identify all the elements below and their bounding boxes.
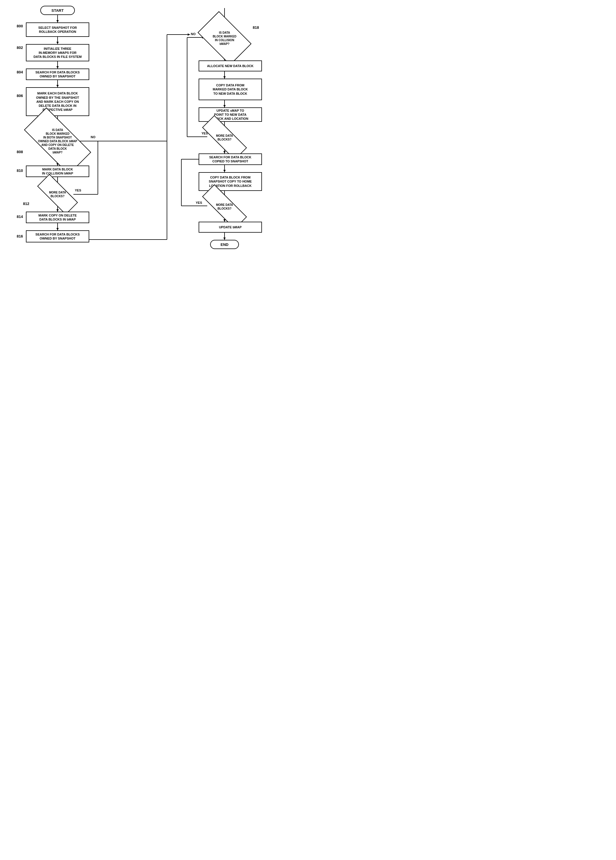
svg-marker-47 xyxy=(223,151,226,154)
svg-marker-19 xyxy=(56,228,59,230)
svg-text:YES: YES xyxy=(196,201,202,204)
step-816-label: 816 xyxy=(17,234,23,239)
step-808-label: 808 xyxy=(17,150,23,154)
svg-marker-62 xyxy=(223,237,226,240)
flowchart-diagram: YES NO YES NO YES xyxy=(0,0,308,430)
svg-marker-28 xyxy=(188,33,190,36)
svg-marker-50 xyxy=(223,170,226,172)
step-810-label: 810 xyxy=(17,168,23,173)
node-834: UPDATE bMAP xyxy=(199,222,262,233)
step-806-label: 806 xyxy=(17,94,23,98)
step-818-label: 818 xyxy=(253,25,259,30)
node-800: SELECT SNAPSHOT FOR ROLLBACK OPERATION xyxy=(26,22,89,37)
svg-marker-3 xyxy=(56,42,59,44)
node-808: IS DATABLOCK MARKEDIN BOTH SNAPSHOTOWNED… xyxy=(26,125,89,157)
node-828: SEARCH FOR DATA BLOCK COPIED TO SNAPSHOT xyxy=(199,154,262,165)
node-824: UPDATE sMAP TO POINT TO NEW DATA BLOCK A… xyxy=(199,107,262,122)
node-832: MORE DATABLOCKS? xyxy=(202,198,248,215)
node-826: MORE DATABLOCKS? xyxy=(202,129,248,146)
start-node: START xyxy=(40,6,75,15)
node-810: MARK DATA BLOCK IN COLLISION bMAP xyxy=(26,166,89,177)
node-816: SEARCH FOR DATA BLOCKS OWNED BY SNAPSHOT xyxy=(26,230,89,242)
svg-marker-7 xyxy=(56,85,59,87)
svg-marker-1 xyxy=(56,20,59,22)
svg-text:NO: NO xyxy=(91,135,96,139)
node-820: ALLOCATE NEW DATA BLOCK xyxy=(199,60,262,71)
node-830: COPY DATA BLOCK FROM SNAPSHOT COPY TO HO… xyxy=(199,172,262,191)
step-804-label: 804 xyxy=(17,70,23,74)
svg-text:NO: NO xyxy=(191,32,196,36)
svg-marker-38 xyxy=(223,105,226,107)
node-804: SEARCH FOR DATA BLOCKS OWNED BY SNAPSHOT xyxy=(26,69,89,80)
node-806: MARK EACH DATA BLOCK OWNED BY THE SNAPSH… xyxy=(26,87,89,116)
svg-marker-5 xyxy=(56,66,59,69)
step-814-label: 814 xyxy=(17,215,23,219)
node-818: IS DATABLOCK MARKEDIN COLLISIONbMAP? xyxy=(202,23,248,53)
step-802-label: 802 xyxy=(17,46,23,50)
step-800-label: 800 xyxy=(17,24,23,28)
end-node: END xyxy=(210,240,239,249)
node-822: COPY DATA FROM MARKED DATA BLOCK TO NEW … xyxy=(199,78,262,100)
svg-marker-36 xyxy=(223,76,226,78)
svg-marker-16 xyxy=(56,209,59,212)
node-802: INITIALIZE THREE IN-MEMORY bMAPS FOR DAT… xyxy=(26,44,89,61)
step-812-label: 812 xyxy=(23,202,29,206)
node-812: MORE DATABLOCKS? xyxy=(38,186,78,203)
node-814: MARK COPY ON DELETE DATA BLOCKS IN bMAP xyxy=(26,212,89,223)
